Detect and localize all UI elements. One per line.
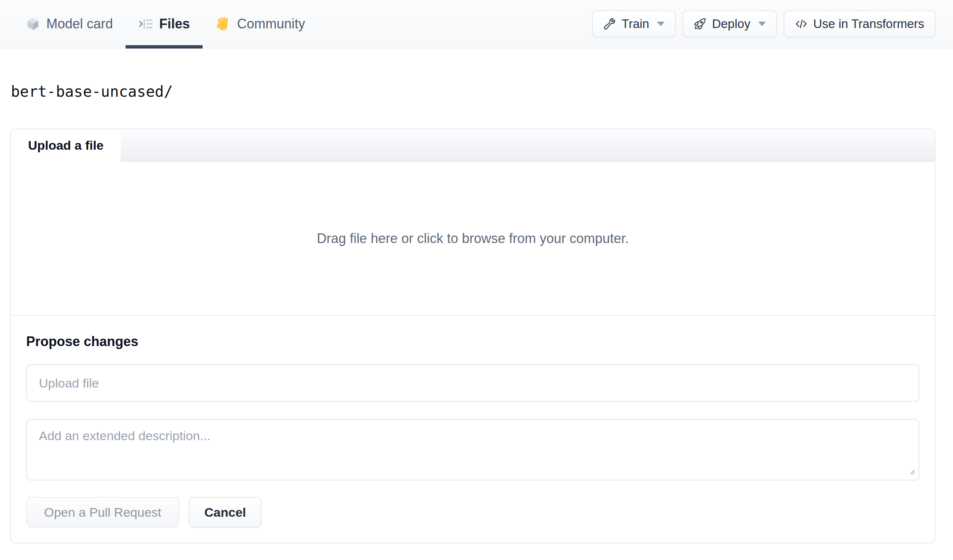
panel-header-spacer: [121, 129, 935, 162]
rocket-icon: [694, 17, 706, 30]
chevron-down-icon: [758, 22, 766, 26]
files-page-content: bert-base-uncased/ Upload a file Drag fi…: [0, 83, 953, 544]
file-versions-icon: [138, 16, 153, 31]
propose-changes-heading: Propose changes: [26, 334, 919, 350]
use-in-transformers-label: Use in Transformers: [813, 17, 924, 31]
dropzone-text: Drag file here or click to browse from y…: [317, 231, 629, 246]
resize-handle-icon[interactable]: [908, 468, 916, 477]
tab-label: Model card: [47, 16, 113, 32]
open-pull-request-button[interactable]: Open a Pull Request: [26, 497, 179, 528]
code-icon: [795, 17, 808, 30]
waving-hand-icon: [215, 16, 231, 32]
model-action-buttons: Train Deploy Use in Transformers: [592, 0, 936, 48]
model-page-tabs: Model card Files: [13, 0, 318, 48]
train-button-label: Train: [621, 17, 649, 31]
wrench-icon: [603, 17, 616, 30]
chevron-down-icon: [657, 22, 664, 26]
upload-tab-label: Upload a file: [28, 138, 104, 153]
tab-files[interactable]: Files: [126, 0, 203, 48]
upload-filename-input[interactable]: [26, 364, 919, 402]
cube-icon: [25, 16, 40, 31]
upload-panel-header: Upload a file: [11, 129, 935, 162]
tab-label: Files: [159, 16, 190, 32]
cancel-button[interactable]: Cancel: [189, 497, 262, 528]
tab-label: Community: [237, 16, 305, 32]
breadcrumb: bert-base-uncased/: [11, 83, 936, 100]
model-page-nav: Model card Files: [0, 0, 953, 48]
propose-actions-row: Open a Pull Request Cancel: [26, 497, 919, 528]
file-dropzone[interactable]: Drag file here or click to browse from y…: [11, 162, 935, 315]
active-tab-underline: [126, 45, 203, 48]
deploy-button[interactable]: Deploy: [683, 11, 777, 37]
upload-panel: Upload a file Drag file here or click to…: [10, 128, 936, 544]
description-field-wrapper: [26, 419, 919, 481]
tab-community[interactable]: Community: [203, 0, 318, 48]
tab-model-card[interactable]: Model card: [13, 0, 126, 48]
repo-path[interactable]: bert-base-uncased/: [11, 83, 173, 100]
deploy-button-label: Deploy: [712, 17, 750, 31]
propose-changes-section: Propose changes Open a Pull Request Canc…: [11, 315, 935, 543]
use-in-transformers-button[interactable]: Use in Transformers: [784, 11, 936, 37]
train-button[interactable]: Train: [592, 11, 676, 37]
extended-description-textarea[interactable]: [26, 419, 919, 481]
tab-upload-a-file[interactable]: Upload a file: [11, 129, 121, 162]
